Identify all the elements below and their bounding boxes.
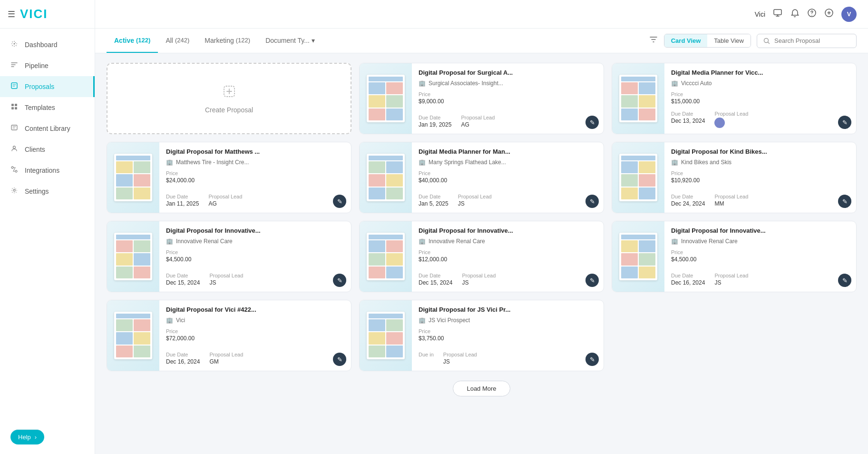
card-thumbnail bbox=[612, 63, 664, 134]
load-more-button[interactable]: Load More bbox=[453, 381, 510, 396]
proposal-client: 🏢 Matthews Tire - Insight Cre... bbox=[166, 159, 345, 166]
user-avatar[interactable]: V bbox=[841, 7, 857, 22]
card-info: Digital Proposal for Innovative... 🏢 Inn… bbox=[412, 221, 604, 292]
sidebar-item-clients[interactable]: Clients bbox=[0, 139, 95, 160]
proposal-title: Digital Proposal for Innovative... bbox=[419, 227, 598, 235]
svg-point-0 bbox=[14, 43, 15, 45]
question-icon[interactable] bbox=[807, 8, 817, 20]
card-thumbnail bbox=[360, 63, 412, 134]
topbar: Vici V bbox=[95, 0, 868, 29]
create-proposal-card[interactable]: Create Proposal bbox=[107, 63, 351, 134]
proposal-card[interactable]: Digital Proposal for Surgical A... 🏢 Sur… bbox=[359, 63, 604, 134]
bell-icon[interactable] bbox=[790, 8, 800, 20]
due-date-value: Jan 19, 2025 bbox=[419, 121, 451, 128]
search-input[interactable] bbox=[774, 37, 850, 44]
edit-button[interactable]: ✎ bbox=[333, 353, 346, 366]
sidebar-item-templates[interactable]: Templates bbox=[0, 97, 95, 118]
proposal-client: 🏢 Surgical Associates- Insight... bbox=[419, 80, 598, 87]
svg-point-13 bbox=[811, 15, 812, 16]
card-actions: ✎ bbox=[838, 116, 851, 129]
edit-button[interactable]: ✎ bbox=[333, 195, 346, 208]
card-info: Digital Proposal for Matthews ... 🏢 Matt… bbox=[159, 142, 351, 213]
proposal-client: 🏢 Innovative Renal Care bbox=[419, 238, 598, 245]
content-area: Create Proposal bbox=[95, 53, 868, 454]
edit-button[interactable]: ✎ bbox=[838, 274, 851, 287]
svg-rect-6 bbox=[11, 125, 17, 130]
card-footer: Due Date Jan 5, 2025 Proposal Lead JS bbox=[419, 194, 598, 207]
sidebar-item-proposals[interactable]: Proposals bbox=[0, 76, 95, 97]
sidebar-item-pipeline[interactable]: Pipeline bbox=[0, 55, 95, 76]
proposal-card[interactable]: Digital Proposal for Matthews ... 🏢 Matt… bbox=[107, 142, 351, 213]
tab-active[interactable]: Active (122) bbox=[107, 29, 158, 53]
topbar-right: Vici V bbox=[755, 7, 857, 22]
tab-all[interactable]: All (242) bbox=[158, 29, 197, 53]
proposal-title: Digital Proposal for Innovative... bbox=[671, 227, 850, 235]
edit-button[interactable]: ✎ bbox=[838, 195, 851, 208]
sidebar: ☰ VICI Dashboard Pipeline Proposals Tem bbox=[0, 0, 95, 454]
lead-avatar bbox=[714, 118, 725, 128]
card-meta: Price $12,000.00 bbox=[419, 249, 598, 263]
search-box[interactable] bbox=[757, 34, 857, 48]
hamburger-icon[interactable]: ☰ bbox=[8, 9, 15, 20]
card-meta: Price $4,500.00 bbox=[671, 249, 850, 263]
filter-icon[interactable] bbox=[649, 35, 658, 47]
proposal-card[interactable]: Digital Media Planner for Man... 🏢 Many … bbox=[359, 142, 604, 213]
card-thumbnail bbox=[107, 221, 159, 292]
proposal-card[interactable]: Digital Proposal for Vici #422... 🏢 Vici… bbox=[107, 300, 351, 371]
card-info: Digital Media Planner for Man... 🏢 Many … bbox=[412, 142, 604, 213]
tab-marketing[interactable]: Marketing (122) bbox=[197, 29, 258, 53]
edit-button[interactable]: ✎ bbox=[585, 353, 599, 366]
plus-icon[interactable] bbox=[824, 8, 834, 20]
proposal-card[interactable]: Digital Proposal for JS Vici Pr... 🏢 JS … bbox=[359, 300, 604, 371]
edit-button[interactable]: ✎ bbox=[333, 274, 346, 287]
card-actions: ✎ bbox=[333, 274, 346, 287]
svg-rect-3 bbox=[15, 104, 17, 106]
edit-button[interactable]: ✎ bbox=[585, 274, 599, 287]
sidebar-item-integrations[interactable]: Integrations bbox=[0, 160, 95, 181]
card-meta: Price $72,000.00 bbox=[166, 328, 345, 342]
tab-doctype-label: Document Ty... bbox=[265, 37, 310, 44]
card-footer: Due Date Dec 13, 2024 Proposal Lead bbox=[671, 111, 850, 128]
tab-document-type[interactable]: Document Ty... ▾ bbox=[258, 29, 322, 53]
card-view-button[interactable]: Card View bbox=[664, 34, 708, 47]
building-icon: 🏢 bbox=[671, 238, 678, 245]
chevron-down-icon: ▾ bbox=[312, 37, 315, 44]
sidebar-nav: Dashboard Pipeline Proposals Templates C… bbox=[0, 29, 95, 420]
svg-rect-1 bbox=[11, 83, 17, 89]
sidebar-item-label: Integrations bbox=[25, 167, 59, 174]
proposal-client: 🏢 Vicccci Auto bbox=[671, 80, 850, 87]
edit-button[interactable]: ✎ bbox=[585, 195, 599, 208]
proposal-card[interactable]: Digital Proposal for Innovative... 🏢 Inn… bbox=[359, 221, 604, 292]
edit-button[interactable]: ✎ bbox=[838, 116, 851, 129]
edit-button[interactable]: ✎ bbox=[585, 116, 599, 129]
proposal-title: Digital Proposal for Kind Bikes... bbox=[671, 148, 850, 156]
proposal-card[interactable]: Digital Proposal for Innovative... 🏢 Inn… bbox=[107, 221, 351, 292]
tab-all-count: (242) bbox=[175, 37, 189, 44]
price-value: $9,000.00 bbox=[419, 98, 444, 105]
tab-all-label: All bbox=[166, 37, 173, 44]
monitor-icon[interactable] bbox=[773, 8, 782, 20]
proposals-icon bbox=[10, 82, 19, 91]
sidebar-item-label: Settings bbox=[25, 188, 49, 195]
card-actions: ✎ bbox=[333, 353, 346, 366]
sidebar-item-dashboard[interactable]: Dashboard bbox=[0, 34, 95, 55]
dashboard-icon bbox=[10, 40, 19, 49]
sidebar-item-content-library[interactable]: Content Library bbox=[0, 118, 95, 139]
sidebar-item-label: Clients bbox=[25, 146, 45, 153]
proposal-card[interactable]: Digital Media Planner for Vicc... 🏢 Vicc… bbox=[612, 63, 857, 134]
lead-value: AG bbox=[461, 121, 495, 128]
proposal-title: Digital Proposal for Surgical A... bbox=[419, 69, 598, 77]
card-thumbnail bbox=[612, 221, 664, 292]
card-info: Digital Proposal for JS Vici Pr... 🏢 JS … bbox=[412, 300, 604, 371]
tabbar-right: Card View Table View bbox=[649, 34, 857, 48]
card-thumbnail bbox=[360, 221, 412, 292]
svg-rect-4 bbox=[11, 107, 14, 109]
proposal-card[interactable]: Digital Proposal for Kind Bikes... 🏢 Kin… bbox=[612, 142, 857, 213]
building-icon: 🏢 bbox=[166, 317, 173, 324]
card-thumbnail bbox=[107, 300, 159, 371]
help-button[interactable]: Help › bbox=[10, 429, 44, 444]
sidebar-item-settings[interactable]: Settings bbox=[0, 181, 95, 202]
proposal-card[interactable]: Digital Proposal for Innovative... 🏢 Inn… bbox=[612, 221, 857, 292]
card-meta: Price $24,000.00 bbox=[166, 170, 345, 184]
table-view-button[interactable]: Table View bbox=[707, 34, 751, 47]
